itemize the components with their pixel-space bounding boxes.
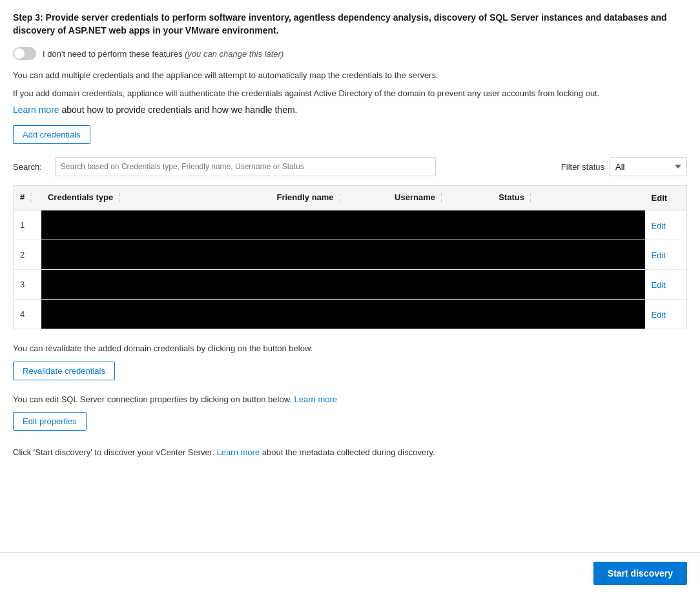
col-header-edit: Edit bbox=[645, 186, 686, 210]
row-2-friendly-name bbox=[270, 240, 388, 270]
toggle-label: I don't need to perform these features (… bbox=[43, 49, 283, 59]
discovery-note: Click 'Start discovery' to discover your… bbox=[13, 446, 687, 459]
row-2-username bbox=[388, 240, 492, 270]
row-1-friendly-name bbox=[270, 210, 388, 240]
row-3-credentials-type bbox=[41, 270, 270, 300]
search-input[interactable] bbox=[55, 157, 436, 176]
sort-icon-num: ↑↓ bbox=[30, 192, 32, 203]
row-4-edit-link[interactable]: Edit bbox=[652, 310, 666, 320]
search-label: Search: bbox=[13, 162, 42, 172]
revalidate-section: You can revalidate the added domain cred… bbox=[13, 342, 687, 380]
row-2-credentials-type bbox=[41, 240, 270, 270]
col-header-status[interactable]: Status ↑↓ bbox=[492, 186, 644, 210]
row-4-friendly-name bbox=[270, 300, 388, 329]
filter-status-select[interactable]: All Valid Invalid Pending bbox=[610, 157, 687, 176]
row-3-status bbox=[492, 270, 644, 300]
row-3-edit-link[interactable]: Edit bbox=[652, 280, 666, 290]
row-1-status bbox=[492, 210, 644, 240]
edit-properties-button[interactable]: Edit properties bbox=[13, 412, 87, 431]
sql-info: You can edit SQL Server connection prope… bbox=[13, 393, 687, 406]
row-1-username bbox=[388, 210, 492, 240]
sort-icon-cred: ↑↓ bbox=[118, 192, 121, 203]
col-header-credentials-type[interactable]: Credentials type ↑↓ bbox=[41, 186, 270, 210]
row-1-credentials-type bbox=[41, 210, 270, 240]
info-text-1: You can add multiple credentials and the… bbox=[13, 69, 687, 82]
table-row: 2 Edit bbox=[14, 240, 686, 270]
table-row: 1 Edit bbox=[14, 210, 686, 240]
toggle-row: I don't need to perform these features (… bbox=[13, 47, 687, 60]
row-3-num: 3 bbox=[14, 270, 41, 300]
revalidate-info: You can revalidate the added domain cred… bbox=[13, 342, 687, 355]
row-4-edit-cell: Edit bbox=[645, 300, 686, 329]
table-row: 3 Edit bbox=[14, 270, 686, 300]
row-2-edit-link[interactable]: Edit bbox=[652, 251, 666, 260]
col-header-num[interactable]: # ↑↓ bbox=[14, 186, 41, 210]
col-header-friendly-name[interactable]: Friendly name ↑↓ bbox=[270, 186, 388, 210]
row-2-num: 2 bbox=[14, 240, 41, 270]
row-3-friendly-name bbox=[270, 270, 388, 300]
row-1-edit-cell: Edit bbox=[645, 210, 686, 240]
start-discovery-button[interactable]: Start discovery bbox=[593, 562, 687, 585]
sort-icon-friendly: ↑↓ bbox=[338, 192, 341, 203]
learn-more-text: about how to provide credentials and how… bbox=[61, 105, 297, 115]
footer-bar: Start discovery bbox=[0, 552, 700, 594]
add-credentials-button[interactable]: Add credentials bbox=[13, 125, 90, 144]
row-4-num: 4 bbox=[14, 300, 41, 329]
row-4-status bbox=[492, 300, 644, 329]
search-row: Search: Filter status All Valid Invalid … bbox=[13, 157, 687, 176]
learn-more-link[interactable]: Learn more bbox=[13, 105, 59, 115]
table-row: 4 Edit bbox=[14, 300, 686, 329]
sql-section: You can edit SQL Server connection prope… bbox=[13, 393, 687, 431]
table-header-row: # ↑↓ Credentials type ↑↓ Friendly name bbox=[14, 186, 686, 210]
row-4-credentials-type bbox=[41, 300, 270, 329]
discovery-learn-more-link[interactable]: Learn more bbox=[217, 447, 260, 457]
learn-more-row: Learn more about how to provide credenti… bbox=[13, 105, 687, 115]
row-1-num: 1 bbox=[14, 210, 41, 240]
filter-status-label: Filter status bbox=[561, 162, 604, 172]
row-3-username bbox=[388, 270, 492, 300]
step-title: Step 3: Provide server credentials to pe… bbox=[13, 12, 687, 37]
filter-status-group: Filter status All Valid Invalid Pending bbox=[561, 157, 687, 176]
row-3-edit-cell: Edit bbox=[645, 270, 686, 300]
credentials-table: # ↑↓ Credentials type ↑↓ Friendly name bbox=[13, 185, 687, 329]
sql-learn-more-link[interactable]: Learn more bbox=[294, 394, 337, 404]
row-4-username bbox=[388, 300, 492, 329]
sort-icon-username: ↑↓ bbox=[440, 192, 443, 203]
row-2-edit-cell: Edit bbox=[645, 240, 686, 270]
feature-toggle[interactable] bbox=[13, 47, 36, 60]
row-2-status bbox=[492, 240, 644, 270]
sort-icon-status: ↑↓ bbox=[530, 192, 532, 203]
revalidate-credentials-button[interactable]: Revalidate credentials bbox=[13, 362, 115, 380]
col-header-username[interactable]: Username ↑↓ bbox=[388, 186, 492, 210]
row-1-edit-link[interactable]: Edit bbox=[652, 221, 666, 230]
info-text-2: If you add domain credentials, appliance… bbox=[13, 87, 687, 100]
